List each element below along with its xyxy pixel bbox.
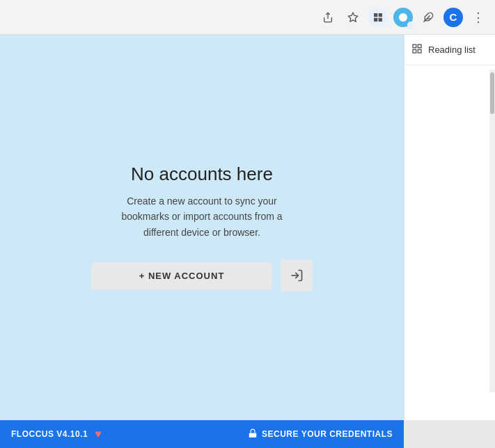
scrollbar-track[interactable] [489,70,495,392]
extension-popup: No accounts here Create a new account to… [0,35,404,420]
svg-rect-3 [379,13,382,17]
heart-icon: ♥ [95,428,102,440]
bookmark-button[interactable] [343,8,363,27]
secure-section: SECURE YOUR CREDENTIALS [248,429,393,440]
account-avatar[interactable]: C [443,8,463,27]
floccus-extension-button[interactable] [393,8,413,27]
reading-list-panel: Reading list [404,35,495,420]
svg-rect-10 [413,45,416,48]
svg-rect-12 [413,49,416,53]
scrollbar-thumb[interactable] [490,72,494,114]
extensions-button[interactable] [418,8,438,27]
more-menu-button[interactable]: ⋮ [469,8,488,27]
secure-label: SECURE YOUR CREDENTIALS [262,429,393,439]
svg-marker-1 [348,13,357,22]
status-bar: FLOCCUS V4.10.1 ♥ SECURE YOUR CREDENTIAL… [0,420,404,448]
svg-rect-4 [374,17,377,21]
watermark-area [404,420,495,448]
svg-rect-2 [374,13,377,17]
no-accounts-description: Create a new account to sync your bookma… [104,193,299,240]
no-accounts-title: No accounts here [131,163,273,185]
svg-point-6 [399,13,407,22]
svg-rect-14 [249,433,257,437]
lock-icon [248,429,258,440]
action-row: + NEW ACCOUNT [91,259,313,291]
reading-list-icon [411,43,423,56]
svg-rect-5 [379,17,382,21]
main-area: No accounts here Create a new account to… [0,35,495,420]
share-button[interactable] [318,8,338,27]
browser-toolbar: C ⋮ [0,0,495,35]
reading-list-header: Reading list [404,35,495,65]
import-button[interactable] [281,259,313,291]
svg-rect-13 [418,49,421,53]
tab-manager-button[interactable] [368,8,388,27]
svg-rect-11 [418,45,421,48]
version-label: FLOCCUS V4.10.1 [11,429,88,439]
reading-list-title: Reading list [428,45,476,55]
new-account-button[interactable]: + NEW ACCOUNT [91,262,272,289]
